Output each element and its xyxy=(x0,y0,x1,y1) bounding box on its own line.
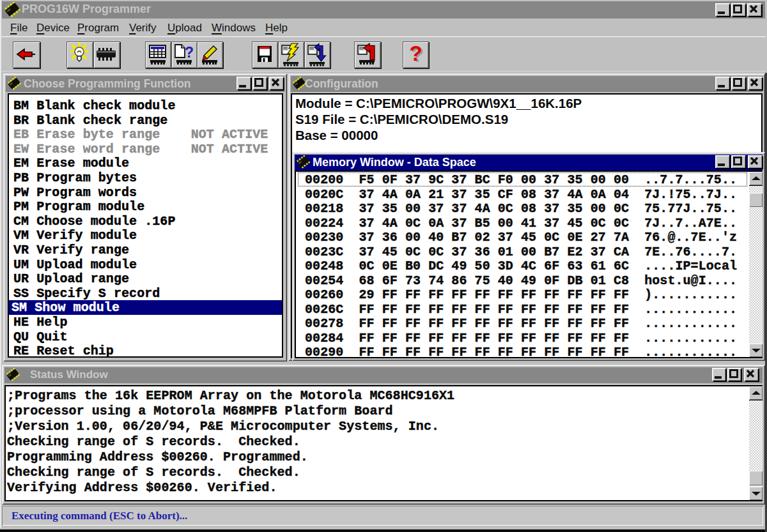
svg-text:?: ? xyxy=(185,44,194,61)
svg-text:?: ? xyxy=(410,42,422,65)
